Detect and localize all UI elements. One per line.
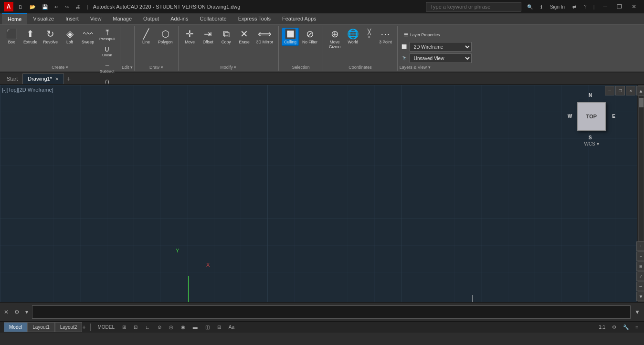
tab-output[interactable]: Output — [137, 13, 165, 24]
model-tab[interactable]: Model — [4, 322, 27, 332]
tab-addins[interactable]: Add-ins — [165, 13, 194, 24]
wireframe-select[interactable]: 2D Wireframe — [410, 42, 472, 52]
layout1-tab[interactable]: Layout1 — [27, 322, 55, 332]
scroll-down-button[interactable]: ▼ — [636, 292, 644, 301]
3dmirror-button[interactable]: ⟺ 3D Mirror — [254, 28, 275, 46]
tab-visualize[interactable]: Visualize — [27, 13, 60, 24]
window-controls: ─ ❐ ✕ — [599, 2, 640, 11]
help-icon[interactable]: ? — [582, 3, 589, 10]
polygon-button[interactable]: ⬡ Polygon — [156, 28, 175, 46]
viewport-close[interactable]: ✕ — [626, 86, 635, 95]
nav-cube[interactable]: N S E W TOP WCS ▾ — [568, 93, 615, 155]
redo-button[interactable]: ↪ — [63, 3, 71, 10]
tab-manage[interactable]: Manage — [107, 13, 137, 24]
scale-button[interactable]: 1:1 — [597, 324, 607, 331]
cmd-settings-button[interactable]: ⚙ — [12, 308, 21, 316]
restore-button[interactable]: ❐ — [613, 2, 626, 11]
nav-tool-1[interactable]: ⊞ — [636, 261, 644, 271]
transparency-button[interactable]: ◫ — [203, 324, 211, 331]
search-icon[interactable]: 🔍 — [525, 3, 535, 10]
add-layout-button[interactable]: + — [82, 324, 85, 331]
tab-view[interactable]: View — [84, 13, 107, 24]
info-icon[interactable]: ℹ — [538, 3, 544, 10]
x-button[interactable]: ╳ X — [362, 28, 376, 41]
search-input[interactable] — [426, 2, 521, 11]
annotation-button[interactable]: Aa — [227, 324, 236, 331]
view-select[interactable]: Unsaved View — [410, 53, 472, 63]
layout2-tab[interactable]: Layout2 — [55, 322, 83, 332]
ribbon-group-draw: ╱ Line ⬡ Polygon Draw ▾ — [135, 26, 179, 71]
revolve-button[interactable]: ↻ Revolve — [41, 28, 60, 46]
tools-button[interactable]: 🔧 — [621, 324, 631, 331]
status-sep-1 — [90, 324, 91, 331]
save-button[interactable]: 💾 — [40, 3, 50, 10]
offset-button[interactable]: ⇥ Offset — [200, 28, 217, 46]
box-button[interactable]: ⬛ Box — [3, 28, 20, 46]
polar-button[interactable]: ⊙ — [156, 324, 163, 331]
open-button[interactable]: 📂 — [28, 3, 37, 10]
undo-button[interactable]: ↩ — [53, 3, 60, 10]
tab-insert[interactable]: Insert — [60, 13, 84, 24]
linewidth-button[interactable]: ▬ — [191, 324, 200, 331]
extrude-button[interactable]: ⬆ Extrude — [21, 28, 40, 46]
tab-collaborate[interactable]: Collaborate — [194, 13, 232, 24]
ribbon: ⬛ Box ⬆ Extrude ↻ Revolve ◈ Loft 〰 Sweep — [0, 25, 644, 73]
grid-button[interactable]: ⊞ — [120, 324, 128, 331]
subtract-button[interactable]: − Subtract — [97, 60, 117, 75]
command-input[interactable] — [32, 305, 631, 319]
move-button[interactable]: ✛ Move — [181, 28, 199, 46]
x-icon: ╳ — [368, 29, 371, 35]
new-button[interactable]: 🗋 — [16, 3, 25, 10]
scroll-up-button[interactable]: ▲ — [636, 86, 644, 95]
viewport-restore[interactable]: ❐ — [615, 86, 625, 95]
cmd-scroll-button[interactable]: ▼ — [633, 308, 642, 316]
extrude-label: Extrude — [23, 40, 37, 44]
world-button[interactable]: 🌐 World — [344, 28, 361, 46]
union-icon: ∪ — [104, 45, 110, 53]
cmd-dropdown-button[interactable]: ▾ — [23, 308, 30, 316]
movegizmo-button[interactable]: ⊕ MoveGizmo — [326, 28, 343, 51]
line-button[interactable]: ╱ Line — [137, 28, 155, 46]
presspull-button[interactable]: ⤒ Presspull — [97, 28, 117, 43]
copy-button[interactable]: ⧉ Copy — [218, 28, 235, 46]
nav-tool-2[interactable]: ⤢ — [636, 272, 644, 281]
scroll-thumb[interactable] — [639, 98, 644, 107]
properties-button[interactable]: ≡ — [633, 324, 640, 331]
cube-face-top[interactable]: TOP — [577, 102, 606, 131]
move-label: Move — [185, 40, 195, 44]
tab-expresstools[interactable]: Express Tools — [232, 13, 276, 24]
loft-icon: ◈ — [66, 29, 74, 39]
minimize-button[interactable]: ─ — [599, 2, 611, 11]
tab-home[interactable]: Home — [2, 13, 27, 24]
osnap-button[interactable]: ◎ — [167, 324, 175, 331]
union-button[interactable]: ∪ Union — [97, 44, 117, 59]
zoom-in-button[interactable]: + — [636, 241, 644, 251]
nav-tool-3[interactable]: ↩ — [636, 282, 644, 291]
ribbon-group-modify: ✛ Move ⇥ Offset ⧉ Copy ✕ Erase ⟺ 3D Mirr… — [179, 26, 279, 71]
print-button[interactable]: 🖨 — [74, 3, 82, 10]
sweep-button[interactable]: 〰 Sweep — [79, 28, 96, 46]
canvas-area[interactable]: Y X N S E W TOP WCS ▾ ▲ + − ⊞ ⤢ ↩ — [0, 85, 644, 302]
3point-button[interactable]: ⋯ 3 Point — [377, 28, 394, 46]
layer-properties-button[interactable]: ≡ Layer Properties — [401, 30, 443, 40]
command-bar: ✕ ⚙ ▾ ▼ — [0, 302, 644, 321]
selection-button[interactable]: ⊟ — [215, 324, 223, 331]
culling-button[interactable]: 🔲 Culling — [282, 28, 299, 46]
ortho-button[interactable]: ∟ — [143, 324, 152, 331]
autodesk-logo[interactable]: A — [4, 2, 13, 11]
3dosnap-button[interactable]: ◉ — [179, 324, 187, 331]
loft-button[interactable]: ◈ Loft — [61, 28, 78, 46]
close-button[interactable]: ✕ — [628, 2, 640, 11]
viewport-minimize[interactable]: ─ — [605, 86, 614, 95]
tab-featuredapps[interactable]: Featured Apps — [276, 13, 322, 24]
model-label[interactable]: MODEL — [95, 324, 116, 331]
zoom-out-button[interactable]: − — [636, 251, 644, 261]
settings-button[interactable]: ⚙ — [610, 324, 618, 331]
erase-button[interactable]: ✕ Erase — [236, 28, 253, 46]
cmd-clear-button[interactable]: ✕ — [2, 308, 11, 316]
snap-button[interactable]: ⊡ — [132, 324, 139, 331]
nofilter-button[interactable]: ⊘ No Filter — [300, 28, 320, 46]
signin-button[interactable]: Sign In — [548, 3, 567, 10]
exchange-icon[interactable]: ⇄ — [570, 3, 578, 10]
compass-west: W — [568, 114, 572, 119]
